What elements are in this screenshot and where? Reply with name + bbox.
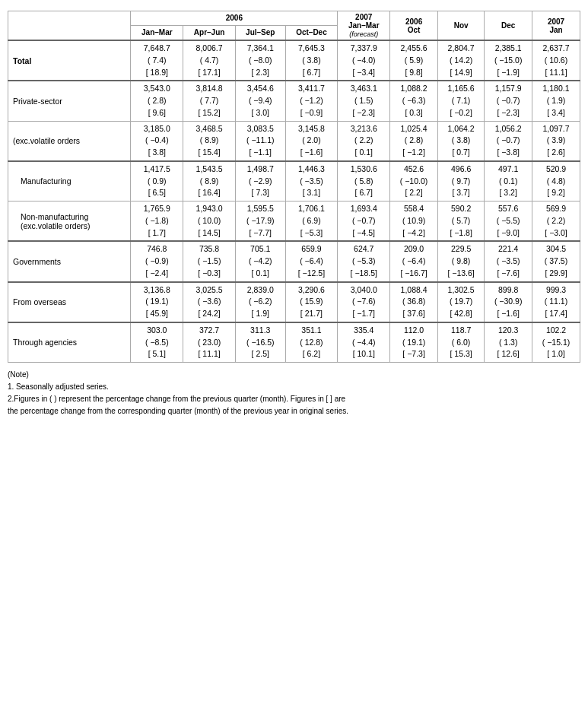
cell-r5-c7: 221.4( −3.5)[ −7.6] [485,241,532,281]
cell-r4-c7: 557.6( −5.5)[ −9.0] [485,202,532,242]
row-label-2: (exc.volatile orders [8,121,131,161]
cell-r1-c0: 3,543.0( 2.8)[ 9.6] [131,81,183,121]
note-section: (Note)1. Seasonally adjusted series.2.Fi… [8,369,580,417]
cell-r5-c6: 229.5( 9.8)[ −13.6] [438,241,485,281]
cell-r4-c2: 1,595.5( −17.9)[ −7.7] [235,202,285,242]
cell-r4-c6: 590.2( 5.7)[ −1.8] [438,202,485,242]
cell-r2-c6: 1,064.2( 3.8)[ 0.7] [438,121,485,161]
cell-r7-c3: 351.1( 12.8)[ 6.2] [285,322,338,363]
cell-r2-c5: 1,025.4( 2.8)[ −1.2] [390,121,438,161]
main-table: 2006 2007Jan–Mar(forecast) 2006Oct Nov D… [8,11,580,363]
cell-r4-c3: 1,706.1( 6.9)[ −5.3] [285,202,338,242]
cell-r3-c0: 1,417.5( 0.9)[ 6.5] [131,161,183,202]
row-label-6: From overseas [8,282,131,322]
cell-r2-c3: 3,145.8( 2.0)[ −1.6] [285,121,338,161]
cell-r7-c7: 120.3( 1.3)[ 12.6] [485,322,532,363]
cell-r0-c8: 2,637.7( 10.6)[ 11.1] [532,40,580,81]
cell-r6-c5: 1,088.4( 36.8)[ 37.6] [390,282,438,322]
cell-r0-c7: 2,385.1( −15.0)[ −1.9] [485,40,532,81]
cell-r1-c5: 1,088.2( −6.3)[ 0.3] [390,81,438,121]
cell-r1-c6: 1,165.6( 7.1)[ −0.2] [438,81,485,121]
cell-r1-c7: 1,157.9( −0.7)[ −2.3] [485,81,532,121]
col-header-aprjun: Apr–Jun [183,25,236,40]
cell-r0-c6: 2,804.7( 14.2)[ 14.9] [438,40,485,81]
col-header-2006: 2006 [131,11,338,26]
cell-r3-c7: 497.1( 0.1)[ 3.2] [485,161,532,202]
cell-r3-c8: 520.9( 4.8)[ 9.2] [532,161,580,202]
row-label-5: Governments [8,241,131,281]
row-label-3: Manufacturing [8,161,131,202]
cell-r2-c8: 1,097.7( 3.9)[ 2.6] [532,121,580,161]
cell-r2-c0: 3,185.0( −0.4)[ 3.8] [131,121,183,161]
cell-r5-c0: 746.8( −0.9)[ −2.4] [131,241,183,281]
cell-r2-c4: 3,213.6( 2.2)[ 0.1] [338,121,390,161]
cell-r0-c1: 8,006.7( 4.7)[ 17.1] [183,40,236,81]
cell-r0-c3: 7,645.3( 3.8)[ 6.7] [285,40,338,81]
cell-r1-c8: 1,180.1( 1.9)[ 3.4] [532,81,580,121]
cell-r6-c3: 3,290.6( 15.9)[ 21.7] [285,282,338,322]
cell-r6-c0: 3,136.8( 19.1)[ 45.9] [131,282,183,322]
cell-r3-c5: 452.6( −10.0)[ 2.2] [390,161,438,202]
cell-r1-c2: 3,454.6( −9.4)[ 3.0] [235,81,285,121]
cell-r4-c0: 1,765.9( −1.8)[ 1.7] [131,202,183,242]
cell-r4-c8: 569.9( 2.2)[ −3.0] [532,202,580,242]
col-header-2006oct: 2006Oct [390,11,438,41]
col-header-janmar: Jan–Mar [131,25,183,40]
cell-r2-c7: 1,056.2( −0.7)[ −3.8] [485,121,532,161]
cell-r5-c3: 659.9( −6.4)[ −12.5] [285,241,338,281]
cell-r4-c4: 1,693.4( −0.7)[ −4.5] [338,202,390,242]
cell-r5-c8: 304.5( 37.5)[ 29.9] [532,241,580,281]
cell-r7-c0: 303.0( −8.5)[ 5.1] [131,322,183,363]
note-line: 2.Figures in ( ) represent the percentag… [8,393,580,405]
cell-r5-c5: 209.0( −6.4)[ −16.7] [390,241,438,281]
cell-r3-c2: 1,498.7( −2.9)[ 7.3] [235,161,285,202]
cell-r6-c4: 3,040.0( −7.6)[ −1.7] [338,282,390,322]
cell-r6-c6: 1,302.5( 19.7)[ 42.8] [438,282,485,322]
cell-r4-c1: 1,943.0( 10.0)[ 14.5] [183,202,236,242]
cell-r3-c4: 1,530.6( 5.8)[ 6.7] [338,161,390,202]
cell-r2-c1: 3,468.5( 8.9)[ 15.4] [183,121,236,161]
cell-r3-c1: 1,543.5( 8.9)[ 16.4] [183,161,236,202]
cell-r0-c0: 7,648.7( 7.4)[ 18.9] [131,40,183,81]
cell-r3-c6: 496.6( 9.7)[ 3.7] [438,161,485,202]
col-header-2007q1: 2007Jan–Mar(forecast) [338,11,390,41]
col-header-2007jan: 2007Jan [532,11,580,41]
cell-r6-c7: 899.8( −30.9)[ −1.6] [485,282,532,322]
cell-r7-c1: 372.7( 23.0)[ 11.1] [183,322,236,363]
row-label-4: Non-manufacturing(exc.volatile orders) [8,202,131,242]
col-header-dec: Dec [485,11,532,41]
cell-r7-c4: 335.4( −4.4)[ 10.1] [338,322,390,363]
note-line: the percentage change from the correspon… [8,405,580,417]
row-label-1: Private-sector [8,81,131,121]
cell-r1-c3: 3,411.7( −1.2)[ −0.9] [285,81,338,121]
cell-r2-c2: 3,083.5( −11.1)[ −1.1] [235,121,285,161]
cell-r4-c5: 558.4( 10.9)[ −4.2] [390,202,438,242]
col-header-label [8,11,131,41]
cell-r6-c8: 999.3( 11.1)[ 17.4] [532,282,580,322]
cell-r5-c2: 705.1( −4.2)[ 0.1] [235,241,285,281]
note-line: 1. Seasonally adjusted series. [8,381,580,393]
note-line: (Note) [8,369,580,381]
row-label-7: Through agencies [8,322,131,363]
cell-r7-c5: 112.0( 19.1)[ −7.3] [390,322,438,363]
col-header-octdec: Oct–Dec [285,25,338,40]
cell-r0-c4: 7,337.9( −4.0)[ −3.4] [338,40,390,81]
cell-r5-c1: 735.8( −1.5)[ −0.3] [183,241,236,281]
cell-r3-c3: 1,446.3( −3.5)[ 3.1] [285,161,338,202]
cell-r0-c5: 2,455.6( 5.9)[ 9.8] [390,40,438,81]
cell-r0-c2: 7,364.1( −8.0)[ 2.3] [235,40,285,81]
row-label-0: Total [8,40,131,81]
cell-r7-c6: 118.7( 6.0)[ 15.3] [438,322,485,363]
cell-r1-c1: 3,814.8( 7.7)[ 15.2] [183,81,236,121]
cell-r6-c2: 2,839.0( −6.2)[ 1.9] [235,282,285,322]
col-header-julsep: Jul–Sep [235,25,285,40]
cell-r5-c4: 624.7( −5.3)[ −18.5] [338,241,390,281]
cell-r6-c1: 3,025.5( −3.6)[ 24.2] [183,282,236,322]
cell-r1-c4: 3,463.1( 1.5)[ −2.3] [338,81,390,121]
cell-r7-c8: 102.2( −15.1)[ 1.0] [532,322,580,363]
cell-r7-c2: 311.3( −16.5)[ 2.5] [235,322,285,363]
col-header-nov: Nov [438,11,485,41]
